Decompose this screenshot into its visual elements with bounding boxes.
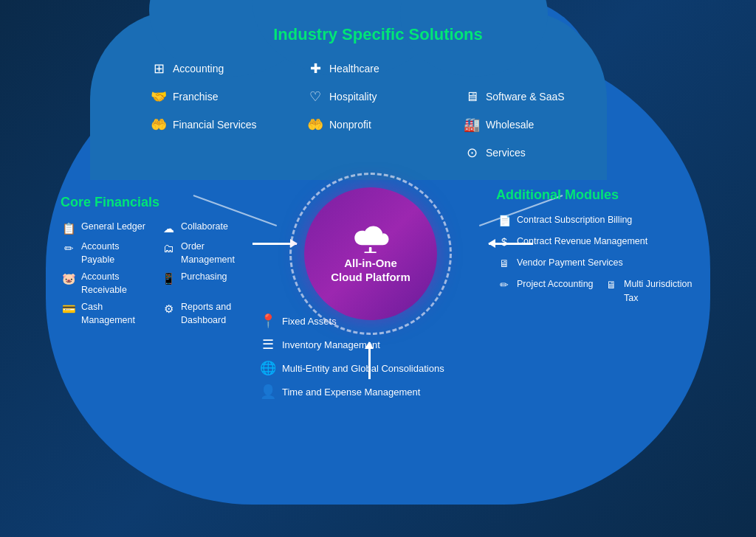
item-label: Wholesale bbox=[486, 119, 534, 131]
item-label: Reports and Dashboard bbox=[181, 301, 252, 327]
list-item: 📄 Contract Subscription Billing bbox=[496, 213, 703, 229]
hospitality-icon: ♡ bbox=[307, 89, 323, 105]
cash-mgmt-icon: 💳 bbox=[61, 301, 77, 316]
list-item: ✚ Healthcare bbox=[306, 58, 450, 80]
purchasing-icon: 📱 bbox=[160, 271, 176, 286]
cloud-outer-ring: All-in-One Cloud Platform bbox=[289, 173, 452, 335]
inventory-icon: ☰ bbox=[260, 336, 276, 353]
industry-title: Industry Specific Solutions bbox=[134, 25, 622, 44]
platform-text: All-in-One Cloud Platform bbox=[331, 256, 410, 285]
list-item: 🌐 Multi-Entity and Global Consolidations bbox=[260, 360, 540, 376]
franchise-icon: 🤝 bbox=[151, 89, 167, 105]
item-label: Accounts Receivable bbox=[81, 271, 153, 297]
item-label: Accounting bbox=[173, 63, 224, 75]
item-label: Financial Services bbox=[173, 119, 257, 131]
item-label: Services bbox=[486, 147, 526, 159]
fixed-assets-icon: 📍 bbox=[260, 313, 276, 329]
list-item: 🗂 Order Management bbox=[160, 240, 252, 266]
industry-section: Industry Specific Solutions ⊞ Accounting… bbox=[134, 25, 622, 164]
center-cloud: All-in-One Cloud Platform bbox=[289, 173, 459, 342]
multi-tax-icon: 🖥 bbox=[603, 277, 619, 293]
svg-rect-0 bbox=[368, 247, 371, 252]
arrow-up bbox=[368, 342, 371, 379]
list-item: 🖥 Vendor Payment Services bbox=[496, 256, 703, 271]
additional-grid: ✏ Project Accounting 🖥 Multi Jurisdictio… bbox=[496, 277, 703, 311]
list-item: ⊙ Services bbox=[462, 142, 607, 164]
list-item bbox=[306, 142, 450, 164]
list-item bbox=[462, 58, 607, 80]
content-wrapper: Industry Specific Solutions ⊞ Accounting… bbox=[46, 25, 710, 527]
item-label: Cash Management bbox=[81, 301, 153, 327]
item-label: Contract Subscription Billing bbox=[517, 213, 632, 227]
list-item: 📱 Purchasing bbox=[160, 271, 252, 297]
saas-icon: 🖥 bbox=[464, 89, 480, 105]
healthcare-icon: ✚ bbox=[307, 60, 323, 77]
list-item: ♡ Hospitality bbox=[306, 86, 450, 108]
financial-icon: 🤲 bbox=[151, 117, 167, 133]
cloud-inner-circle: All-in-One Cloud Platform bbox=[304, 187, 437, 320]
item-label: Accounts Payable bbox=[81, 240, 153, 266]
collaborate-icon: ☁ bbox=[160, 221, 176, 236]
item-label: Franchise bbox=[173, 91, 218, 103]
list-item: 🖥 Software & SaaS bbox=[462, 86, 607, 108]
item-label: Vendor Payment Services bbox=[517, 256, 623, 270]
item-label: Order Management bbox=[181, 240, 252, 266]
time-expense-icon: 👤 bbox=[260, 384, 276, 400]
reports-icon: ⚙ bbox=[160, 301, 176, 316]
list-item: 🤝 Franchise bbox=[149, 86, 294, 108]
list-item: ✏ Accounts Payable bbox=[61, 240, 153, 266]
item-label: Time and Expense Management bbox=[282, 387, 420, 398]
general-ledger-icon: 📋 bbox=[61, 221, 77, 236]
core-title: Core Financials bbox=[61, 195, 252, 210]
additional-title: Additional Modules bbox=[496, 187, 703, 203]
cloud-svg-icon bbox=[351, 224, 391, 253]
global-consol-icon: 🌐 bbox=[260, 360, 276, 376]
item-label: Purchasing bbox=[181, 271, 227, 284]
project-accounting-icon: ✏ bbox=[496, 277, 512, 293]
item-label: Software & SaaS bbox=[486, 91, 565, 103]
list-item: 🤲 Nonprofit bbox=[306, 114, 450, 136]
list-item: ⊞ Accounting bbox=[149, 58, 294, 80]
list-item bbox=[149, 142, 294, 164]
accounts-payable-icon: ✏ bbox=[61, 240, 77, 256]
list-item: 🤲 Financial Services bbox=[149, 114, 294, 136]
list-item: 👤 Time and Expense Management bbox=[260, 384, 540, 400]
list-item: 💳 Cash Management bbox=[61, 301, 153, 327]
wholesale-icon: 🏭 bbox=[464, 117, 480, 133]
list-item: 🏭 Wholesale bbox=[462, 114, 607, 136]
list-item: 🐷 Accounts Receivable bbox=[61, 271, 153, 297]
platform-line2: Cloud Platform bbox=[331, 271, 410, 283]
item-label: Multi Jurisdiction Tax bbox=[624, 277, 703, 305]
platform-line1: All-in-One bbox=[344, 257, 397, 269]
item-label: Contract Revenue Management bbox=[517, 235, 647, 249]
item-label: Multi-Entity and Global Consolidations bbox=[282, 363, 444, 374]
contract-billing-icon: 📄 bbox=[496, 213, 512, 229]
main-container: Industry Specific Solutions ⊞ Accounting… bbox=[16, 10, 740, 527]
list-item: ☁ Collaborate bbox=[160, 221, 252, 236]
additional-section: Additional Modules 📄 Contract Subscripti… bbox=[496, 187, 703, 311]
arrow-right bbox=[489, 243, 533, 245]
core-grid: 📋 General Ledger ☁ Collaborate ✏ Account… bbox=[61, 221, 252, 327]
item-label: Nonprofit bbox=[329, 119, 371, 131]
list-item: 📋 General Ledger bbox=[61, 221, 153, 236]
item-label: Healthcare bbox=[329, 63, 379, 75]
list-item: ✏ Project Accounting bbox=[496, 277, 596, 305]
services-icon: ⊙ bbox=[464, 145, 480, 161]
item-label: General Ledger bbox=[81, 221, 145, 234]
item-label: Hospitality bbox=[329, 91, 377, 103]
industry-grid: ⊞ Accounting ✚ Healthcare 🤝 Franchise ♡ bbox=[134, 58, 622, 164]
accounts-receivable-icon: 🐷 bbox=[61, 271, 77, 286]
order-mgmt-icon: 🗂 bbox=[160, 240, 176, 256]
accounting-icon: ⊞ bbox=[151, 60, 167, 77]
item-label: Collaborate bbox=[181, 221, 228, 234]
nonprofit-icon: 🤲 bbox=[307, 117, 323, 133]
vendor-payment-icon: 🖥 bbox=[496, 256, 512, 271]
list-item: ⚙ Reports and Dashboard bbox=[160, 301, 252, 327]
item-label: Project Accounting bbox=[517, 277, 594, 291]
list-item: 🖥 Multi Jurisdiction Tax bbox=[603, 277, 703, 305]
core-section: Core Financials 📋 General Ledger ☁ Colla… bbox=[61, 195, 252, 327]
